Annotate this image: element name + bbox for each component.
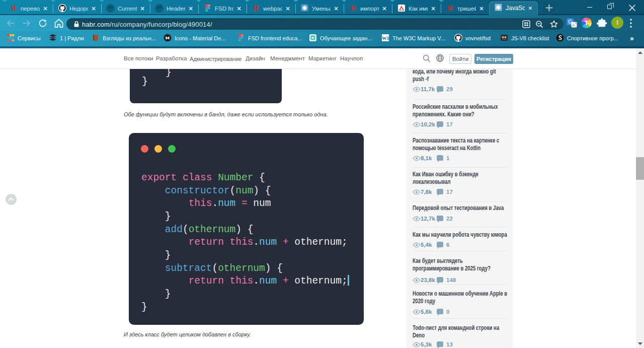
svg-text:A: A — [572, 23, 575, 28]
svg-text:R: R — [311, 36, 314, 40]
svg-text:W3: W3 — [382, 36, 389, 41]
